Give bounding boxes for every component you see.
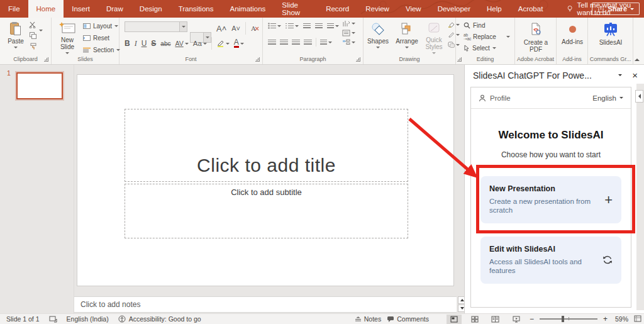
- replace-button[interactable]: ab⇢ac Replace: [464, 32, 510, 42]
- bullets-button[interactable]: [268, 23, 281, 29]
- layout-button[interactable]: Layout: [83, 21, 120, 31]
- zoom-slider[interactable]: [540, 318, 597, 320]
- align-left-button[interactable]: [268, 40, 276, 45]
- tab-file[interactable]: File: [0, 0, 28, 18]
- status-bar-left: Slide 1 of 1 English (India) Accessibili…: [0, 315, 201, 323]
- title-placeholder[interactable]: Click to add title: [125, 109, 408, 182]
- chevron-down-icon: [352, 23, 355, 25]
- tab-acrobat[interactable]: Acrobat: [510, 0, 552, 18]
- section-button[interactable]: Section: [83, 45, 120, 55]
- shapes-label: Shapes: [367, 38, 389, 45]
- zoom-out-button[interactable]: −: [530, 315, 534, 323]
- reading-view-button[interactable]: [488, 315, 503, 324]
- reset-button[interactable]: Reset: [83, 33, 120, 43]
- share-button[interactable]: Share: [592, 3, 640, 15]
- find-button[interactable]: Find: [464, 21, 510, 30]
- zoom-in-button[interactable]: +: [603, 315, 608, 323]
- tab-transitions[interactable]: Transitions: [170, 0, 222, 18]
- paragraph-dialog-launcher[interactable]: [356, 57, 360, 62]
- editing-dialog-launcher[interactable]: [457, 57, 462, 62]
- share-icon: [597, 6, 604, 13]
- character-spacing-button[interactable]: AV: [175, 40, 188, 47]
- line-spacing-button[interactable]: [327, 23, 339, 29]
- slide-sorter-view-button[interactable]: [467, 315, 482, 324]
- edit-with-slidesai-card[interactable]: Edit with SlidesAI Access all SlidesAI t…: [480, 237, 621, 284]
- copy-icon[interactable]: [30, 32, 37, 39]
- numbering-button[interactable]: [286, 23, 299, 29]
- underline-button[interactable]: U: [142, 39, 147, 48]
- tab-animations[interactable]: Animations: [221, 0, 274, 18]
- highlight-color-button[interactable]: [216, 40, 230, 47]
- create-pdf-button[interactable]: Create a PDF: [520, 19, 552, 53]
- slide-thumbnail[interactable]: [16, 72, 63, 99]
- accessibility-status[interactable]: Accessibility: Good to go: [118, 315, 201, 323]
- shadow-button[interactable]: S: [151, 39, 156, 48]
- format-painter-icon[interactable]: [30, 43, 37, 50]
- zoom-slider-thumb[interactable]: [562, 316, 564, 322]
- close-icon[interactable]: ×: [632, 70, 638, 81]
- tab-home[interactable]: Home: [28, 0, 64, 18]
- columns-button[interactable]: [320, 40, 332, 45]
- new-slide-button[interactable]: New Slide: [54, 19, 80, 54]
- shapes-button[interactable]: Shapes: [365, 19, 391, 48]
- cut-icon[interactable]: [29, 21, 37, 28]
- tab-draw[interactable]: Draw: [98, 0, 131, 18]
- display-settings-icon[interactable]: [49, 316, 57, 323]
- align-center-button[interactable]: [280, 40, 288, 45]
- select-label: Select: [472, 45, 490, 52]
- slide-thumbnail-panel: [0, 65, 74, 313]
- text-direction-button[interactable]: [342, 20, 355, 27]
- fit-to-window-button[interactable]: [634, 315, 641, 323]
- tab-design[interactable]: Design: [131, 0, 170, 18]
- chevron-down-icon[interactable]: [618, 74, 622, 76]
- notes-toggle[interactable]: Notes: [355, 315, 381, 323]
- numbering-icon: [286, 23, 294, 29]
- shrink-font-button[interactable]: A˅: [231, 25, 240, 32]
- justify-button[interactable]: [304, 40, 312, 45]
- collapse-ribbon-icon[interactable]: [635, 59, 640, 61]
- slideshow-view-button[interactable]: [509, 315, 524, 324]
- arrange-label: Arrange: [396, 38, 418, 45]
- decrease-indent-button[interactable]: [303, 23, 311, 29]
- italic-button[interactable]: I: [135, 39, 137, 48]
- change-case-button[interactable]: Aa: [193, 40, 207, 47]
- tab-insert[interactable]: Insert: [64, 0, 98, 18]
- quick-styles-button[interactable]: Quick Styles: [421, 19, 447, 54]
- tab-developer[interactable]: Developer: [430, 0, 479, 18]
- tab-help[interactable]: Help: [479, 0, 510, 18]
- tab-review[interactable]: Review: [357, 0, 397, 18]
- align-right-button[interactable]: [292, 40, 300, 45]
- smartart-icon: [342, 39, 350, 46]
- bold-button[interactable]: B: [125, 39, 130, 48]
- grow-font-button[interactable]: A˄: [216, 24, 226, 33]
- smartart-button[interactable]: [342, 39, 355, 46]
- tab-view[interactable]: View: [397, 0, 430, 18]
- strikethrough-button[interactable]: abc: [160, 40, 170, 47]
- slidesai-button[interactable]: SlidesAI: [595, 19, 626, 46]
- font-dialog-launcher[interactable]: [255, 57, 260, 62]
- new-presentation-card[interactable]: New Presentation Create a new presentati…: [480, 176, 621, 223]
- slide-canvas[interactable]: Click to add title Click to add subtitle: [77, 74, 454, 286]
- font-name-combobox[interactable]: [125, 21, 187, 32]
- tab-record[interactable]: Record: [318, 0, 357, 18]
- clear-formatting-icon[interactable]: A: [251, 25, 259, 33]
- replace-icon: ab⇢ac: [464, 33, 470, 40]
- arrange-button[interactable]: Arrange: [392, 19, 421, 48]
- clipboard-dialog-launcher[interactable]: [44, 57, 48, 62]
- font-color-button[interactable]: A: [234, 39, 244, 48]
- language-selector[interactable]: English: [592, 94, 623, 102]
- select-button[interactable]: Select: [464, 43, 510, 53]
- addins-button[interactable]: Add-ins: [559, 19, 586, 45]
- comments-toggle[interactable]: Comments: [387, 315, 429, 323]
- increase-indent-button[interactable]: [315, 23, 323, 29]
- collapse-pane-button[interactable]: [635, 90, 643, 103]
- normal-view-button[interactable]: [447, 315, 462, 324]
- language-status[interactable]: English (India): [67, 315, 109, 323]
- notes-pane[interactable]: Click to add notes: [74, 296, 457, 313]
- align-text-button[interactable]: [342, 30, 355, 36]
- paste-button[interactable]: Paste: [4, 19, 28, 48]
- profile-label[interactable]: Profile: [490, 94, 511, 102]
- tab-slide-show[interactable]: Slide Show: [274, 0, 318, 18]
- zoom-level-label[interactable]: 59%: [613, 315, 628, 323]
- subtitle-placeholder[interactable]: Click to add subtitle: [125, 184, 408, 238]
